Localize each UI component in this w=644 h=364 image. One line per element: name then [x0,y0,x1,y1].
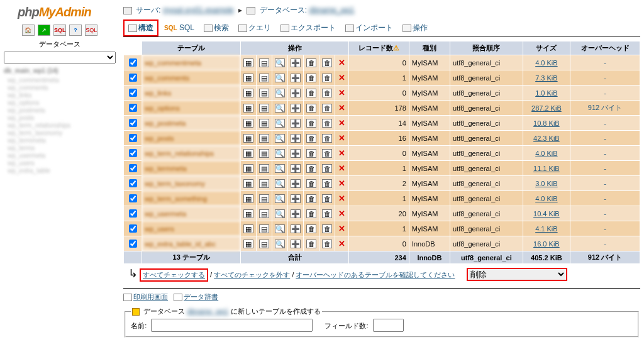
empty-icon[interactable]: 🗑 [306,149,316,158]
empty2-icon[interactable]: 🗑 [322,134,332,143]
insert-icon[interactable]: ➕ [291,224,301,233]
empty2-icon[interactable]: 🗑 [322,74,332,82]
search-icon[interactable]: 🔍 [275,104,285,113]
search-icon[interactable]: 🔍 [275,58,285,67]
row-checkbox[interactable] [129,209,137,218]
row-size[interactable]: 1.0 KiB [535,89,557,97]
structure-icon[interactable]: ▤ [259,58,269,67]
browse-icon[interactable]: ▦ [243,134,253,143]
tab-query[interactable]: クエリ [235,21,275,36]
row-size[interactable]: 4.0 KiB [535,150,557,157]
tree-item[interactable]: wp_extra_table [8,167,116,174]
structure-icon[interactable]: ▤ [259,194,269,203]
col-collation[interactable]: 照合順序 [450,41,523,55]
empty-icon[interactable]: 🗑 [306,89,316,97]
row-size[interactable]: 11.1 KiB [533,165,560,172]
empty-icon[interactable]: 🗑 [306,119,316,128]
structure-icon[interactable]: ▤ [259,224,269,233]
browse-icon[interactable]: ▦ [243,104,253,113]
tab-export[interactable]: エクスポート [277,21,340,36]
empty-icon[interactable]: 🗑 [306,74,316,82]
browse-icon[interactable]: ▦ [243,58,253,67]
database-select[interactable] [4,52,116,63]
structure-icon[interactable]: ▤ [259,149,269,158]
search-icon[interactable]: 🔍 [275,134,285,143]
search-icon[interactable]: 🔍 [275,74,285,82]
row-checkbox[interactable] [129,179,137,187]
col-size[interactable]: サイズ [523,41,570,55]
row-size[interactable]: 10.8 KiB [533,119,560,127]
table-name[interactable]: wp_comments [142,70,241,85]
drop-icon[interactable]: ✕ [338,73,345,82]
tab-sql[interactable]: SQL SQL [160,21,198,35]
empty2-icon[interactable]: 🗑 [322,194,332,203]
row-size[interactable]: 10.4 KiB [533,210,560,218]
insert-icon[interactable]: ➕ [291,179,301,188]
browse-icon[interactable]: ▦ [243,164,253,173]
tree-item[interactable]: wp_termmeta [8,137,116,144]
row-checkbox[interactable] [129,119,137,127]
logo[interactable]: phpMyAdmin [4,4,116,25]
table-name[interactable]: wp_term_something [142,191,241,206]
tree-item[interactable]: wp_options [8,99,116,106]
structure-icon[interactable]: ▤ [259,240,269,248]
tree-item[interactable]: wp_postmeta [8,107,116,114]
row-size[interactable]: 7.3 KiB [535,74,557,82]
structure-icon[interactable]: ▤ [259,89,269,97]
drop-icon[interactable]: ✕ [338,58,345,67]
row-checkbox[interactable] [129,74,137,82]
empty2-icon[interactable]: 🗑 [322,89,332,97]
row-size[interactable]: 3.0 KiB [535,180,557,187]
browse-icon[interactable]: ▦ [243,240,253,248]
tree-item[interactable]: wp_posts [8,114,116,121]
col-overhead[interactable]: オーバーヘッド [570,41,640,55]
tree-item[interactable]: wp_terms [8,145,116,152]
empty-icon[interactable]: 🗑 [306,179,316,188]
tree-item[interactable]: wp_term_relationships [8,122,116,129]
structure-icon[interactable]: ▤ [259,74,269,82]
sql-window-icon[interactable]: SQL [85,25,97,36]
insert-icon[interactable]: ➕ [291,164,301,173]
row-size[interactable]: 4.0 KiB [535,195,557,202]
row-checkbox[interactable] [129,240,137,248]
tab-structure[interactable]: 構造 [123,19,158,36]
browse-icon[interactable]: ▦ [243,149,253,158]
drop-icon[interactable]: ✕ [338,163,345,173]
tab-search[interactable]: 検索 [200,21,233,36]
uncheck-all-link[interactable]: すべてのチェックを外す [214,271,290,279]
table-name[interactable]: wp_term_taxonomy [142,176,241,191]
sql-query-icon[interactable]: SQL [53,25,66,36]
insert-icon[interactable]: ➕ [291,74,301,82]
server-link[interactable]: mysql.srv01.example [163,6,234,14]
database-link[interactable]: dbname_wp1 [309,6,354,14]
empty2-icon[interactable]: 🗑 [322,58,332,67]
search-icon[interactable]: 🔍 [275,209,285,218]
browse-icon[interactable]: ▦ [243,209,253,218]
insert-icon[interactable]: ➕ [291,134,301,143]
empty2-icon[interactable]: 🗑 [322,209,332,218]
structure-icon[interactable]: ▤ [259,179,269,188]
empty2-icon[interactable]: 🗑 [322,119,332,128]
drop-icon[interactable]: ✕ [338,88,345,97]
row-checkbox[interactable] [129,149,137,157]
row-checkbox[interactable] [129,104,137,112]
drop-icon[interactable]: ✕ [338,194,345,203]
empty2-icon[interactable]: 🗑 [322,104,332,113]
row-checkbox[interactable] [129,164,137,172]
table-name[interactable]: wp_posts [142,131,241,146]
empty-icon[interactable]: 🗑 [306,58,316,67]
tree-item[interactable]: wp_comments [8,84,116,91]
drop-icon[interactable]: ✕ [338,133,345,143]
table-name[interactable]: wp_extra_table_id_abc [142,236,241,251]
table-name[interactable]: wp_postmeta [142,116,241,131]
drop-icon[interactable]: ✕ [338,118,345,128]
browse-icon[interactable]: ▦ [243,89,253,97]
empty2-icon[interactable]: 🗑 [322,224,332,233]
structure-icon[interactable]: ▤ [259,104,269,113]
insert-icon[interactable]: ➕ [291,194,301,203]
search-icon[interactable]: 🔍 [275,240,285,248]
table-name[interactable]: wp_options [142,101,241,116]
insert-icon[interactable]: ➕ [291,89,301,97]
insert-icon[interactable]: ➕ [291,104,301,113]
structure-icon[interactable]: ▤ [259,209,269,218]
